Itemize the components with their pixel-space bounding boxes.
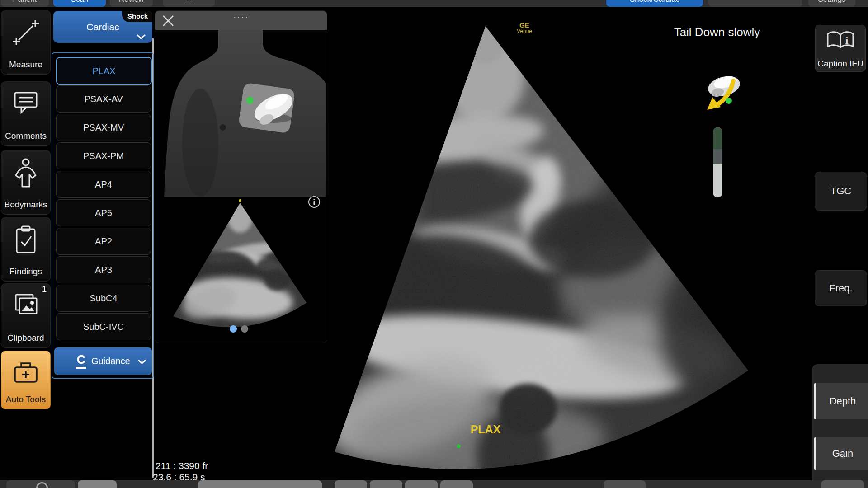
- preset-ap3[interactable]: AP3: [56, 256, 151, 283]
- auto-tools-button[interactable]: Auto Tools: [1, 351, 51, 409]
- measure-button[interactable]: Measure: [1, 10, 51, 75]
- caption-ifu-label: Caption IFU: [817, 59, 863, 69]
- progress-segment-middle: [713, 149, 722, 164]
- frame-counter: 211 : 3390 fr: [156, 460, 208, 471]
- findings-button[interactable]: Findings: [1, 217, 51, 282]
- pagination-dot-active[interactable]: [230, 325, 237, 333]
- shock-mode-badge: Shock: [122, 11, 152, 22]
- probe-motion-icon: [699, 67, 744, 115]
- bodymark-person-icon: [11, 158, 40, 188]
- guidance-label: Guidance: [91, 356, 130, 366]
- ge-logo-text: GE: [510, 22, 539, 28]
- preset-subc-ivc[interactable]: SubC-IVC: [56, 313, 151, 340]
- ifu-book-icon: i: [826, 29, 855, 51]
- caption-ifu-button[interactable]: i Caption IFU: [815, 25, 866, 72]
- ultrasound-app: GE Venue Tail Down slowly PLAX 211 : 339…: [0, 0, 868, 488]
- bodymarks-button[interactable]: Bodymarks: [1, 150, 51, 215]
- bottom-button[interactable]: [821, 480, 864, 488]
- findings-label: Findings: [9, 267, 42, 277]
- clipboard-button[interactable]: 1 Clipboard: [1, 283, 51, 348]
- preset-psax-av[interactable]: PSAX-AV: [56, 85, 151, 113]
- guidance-panel: ····: [155, 11, 327, 343]
- tab-patient[interactable]: Patient: [1, 0, 49, 7]
- more-tabs-button[interactable]: •••: [163, 0, 215, 7]
- bottom-button[interactable]: [335, 480, 367, 488]
- chevron-down-icon: [136, 34, 146, 39]
- bottom-toolbar: [0, 480, 868, 488]
- bottom-button[interactable]: [78, 480, 117, 488]
- probe-placement-illustration: [155, 30, 326, 198]
- progress-segment-top: [713, 127, 722, 149]
- top-bar-blank-button[interactable]: [708, 0, 802, 7]
- ge-venue-logo: GE Venue: [510, 22, 539, 34]
- caption-c-logo-icon: C: [76, 354, 86, 369]
- bottom-button[interactable]: [604, 480, 646, 488]
- depth-button[interactable]: Depth: [814, 383, 868, 419]
- bottom-button[interactable]: [370, 480, 402, 488]
- measure-caliper-icon: [11, 18, 40, 47]
- shock-cardiac-button[interactable]: Shock/Cardiac: [606, 0, 703, 7]
- guidance-progress-bar: [713, 127, 722, 197]
- gain-button[interactable]: Gain: [814, 437, 868, 470]
- preset-psax-pm[interactable]: PSAX-PM: [56, 142, 151, 169]
- preset-plax[interactable]: PLAX: [56, 57, 152, 85]
- preset-ap5[interactable]: AP5: [56, 199, 151, 226]
- guidance-toggle-button[interactable]: C Guidance: [54, 347, 152, 375]
- exam-category-label: Cardiac: [86, 22, 119, 33]
- findings-clipboard-icon: [11, 225, 40, 254]
- chevron-down-icon: [137, 359, 146, 364]
- clipboard-images-icon: [11, 291, 40, 321]
- auto-tools-label: Auto Tools: [6, 394, 46, 404]
- exam-category-dropdown[interactable]: Cardiac Shock: [53, 11, 152, 43]
- preset-ap4[interactable]: AP4: [56, 171, 151, 198]
- measure-label: Measure: [9, 60, 42, 70]
- tab-review[interactable]: Review: [110, 0, 153, 7]
- record-circle-icon: [36, 482, 48, 488]
- drag-handle-icon[interactable]: ····: [155, 12, 327, 22]
- freq-button[interactable]: Freq.: [815, 270, 867, 306]
- guidance-panel-header[interactable]: ····: [155, 11, 327, 30]
- guidance-instruction-text: Tail Down slowly: [649, 25, 785, 39]
- comment-bubble-icon: [11, 89, 40, 119]
- comments-label: Comments: [5, 131, 47, 141]
- view-label: PLAX: [463, 423, 508, 436]
- tab-scan[interactable]: Scan: [53, 0, 106, 7]
- tgc-button[interactable]: TGC: [815, 172, 867, 211]
- probe-pad-graphic: [238, 83, 297, 134]
- bodymarks-label: Bodymarks: [4, 200, 47, 210]
- clipboard-label: Clipboard: [7, 333, 44, 343]
- info-icon[interactable]: [308, 196, 321, 208]
- preset-ap2[interactable]: AP2: [56, 228, 151, 255]
- quality-indicator-dot: [457, 444, 461, 448]
- comments-button[interactable]: Comments: [1, 81, 51, 146]
- bottom-freeze-button[interactable]: [6, 480, 75, 488]
- venue-logo-text: Venue: [510, 28, 539, 34]
- preset-subc4[interactable]: SubC4: [56, 285, 151, 312]
- settings-button[interactable]: Settings: [808, 0, 855, 7]
- bottom-button[interactable]: [405, 480, 438, 488]
- acquisition-status: 211 : 3390 fr 23.6 : 65.9 s: [156, 460, 208, 483]
- clipboard-count-badge: 1: [42, 285, 47, 294]
- bottom-button[interactable]: [440, 480, 473, 488]
- toolbox-icon: [11, 358, 40, 385]
- pagination-dot-inactive[interactable]: [241, 325, 248, 333]
- bottom-button[interactable]: [198, 480, 322, 488]
- preset-psax-mv[interactable]: PSAX-MV: [56, 114, 151, 141]
- reference-ultrasound-image: [155, 197, 326, 328]
- svg-text:i: i: [845, 34, 849, 46]
